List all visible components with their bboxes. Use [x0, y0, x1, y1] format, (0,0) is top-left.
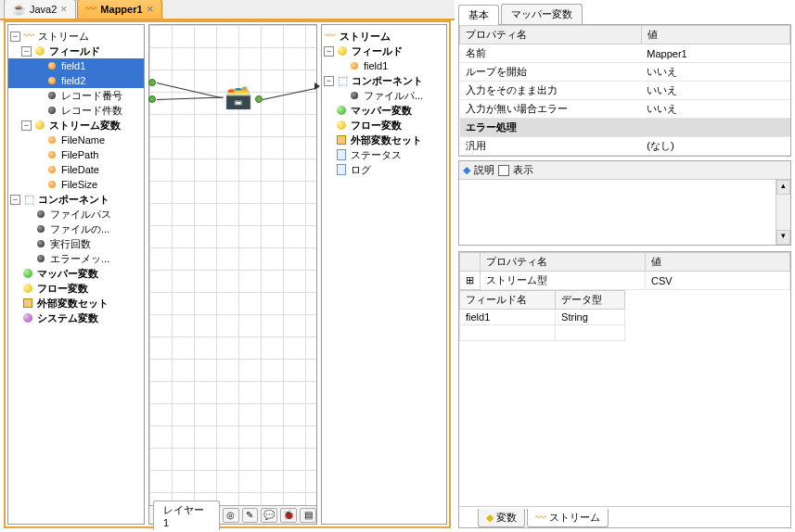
attr-icon — [34, 222, 47, 235]
tree-item-filepath[interactable]: FilePath — [8, 147, 144, 162]
expand-icon[interactable]: ⊞ — [460, 272, 481, 290]
lower-tab-strip: ◆変数 〰ストリーム — [459, 506, 790, 527]
mapper-editor: − 〰 ストリーム − フィールド field1 — [4, 20, 451, 528]
mapper-icon: 〰 — [85, 3, 96, 16]
table-row[interactable]: 入力をそのまま出力いいえ — [460, 82, 790, 100]
collapse-icon[interactable]: − — [10, 195, 20, 205]
tree-item-status[interactable]: ステータス — [322, 147, 446, 162]
tree-item-recno[interactable]: レコード番号 — [8, 88, 144, 103]
tree-item-field1[interactable]: field1 — [322, 58, 446, 73]
tree-item-reccount[interactable]: レコード件数 — [8, 103, 144, 118]
attr-icon — [45, 104, 58, 117]
column-header: プロパティ名 — [486, 256, 547, 267]
attr-icon — [34, 252, 47, 265]
table-row[interactable] — [460, 325, 625, 341]
tree-item-comp-errmsg[interactable]: エラーメッ... — [8, 251, 144, 266]
tab-label: Mapper1 — [100, 4, 142, 15]
collapse-icon[interactable]: − — [21, 46, 32, 57]
tree-item-flowvar[interactable]: フロー変数 — [8, 281, 144, 296]
java-icon: ☕ — [12, 3, 26, 16]
tree-item-component[interactable]: −⬚コンポーネント — [322, 73, 446, 88]
node-out-port[interactable] — [255, 95, 263, 103]
description-textarea[interactable]: ▴ ▾ — [459, 180, 790, 245]
table-row[interactable]: ⊞ストリーム型CSV — [460, 272, 790, 290]
layer-tab[interactable]: レイヤー1 — [153, 500, 220, 530]
tab-label: Java2 — [30, 4, 57, 15]
field-icon — [45, 133, 58, 146]
tree-item-mappervar[interactable]: マッパー変数 — [8, 266, 144, 281]
close-icon[interactable]: ✕ — [147, 5, 154, 14]
collapse-icon[interactable]: − — [10, 32, 20, 42]
box-icon — [21, 297, 34, 310]
tree-item-mappervar[interactable]: マッパー変数 — [322, 103, 446, 118]
mapper-canvas[interactable]: 🗃️ レイヤー1 ◎ ✎ 💬 🐞 ▤ — [148, 24, 317, 525]
stream-icon: 〰 — [324, 30, 337, 43]
tree-item-stream[interactable]: 〰ストリーム — [322, 29, 446, 44]
collapse-icon[interactable]: − — [324, 76, 334, 86]
tree-item-field[interactable]: −フィールド — [322, 44, 446, 58]
tree-item-stream[interactable]: − 〰 ストリーム — [8, 29, 144, 44]
tree-item-extvarset[interactable]: 外部変数セット — [8, 296, 144, 310]
tree-item-field2[interactable]: field2 — [8, 73, 144, 88]
column-header: プロパティ名 — [466, 29, 527, 40]
scroll-up-icon[interactable]: ▴ — [776, 180, 790, 195]
tab-stream[interactable]: 〰ストリーム — [527, 509, 609, 527]
tree-item-comp-execcount[interactable]: 実行回数 — [8, 236, 144, 251]
tab-mapper-var[interactable]: マッパー変数 — [501, 4, 583, 24]
yellow-dot-icon — [21, 282, 34, 295]
tree-item-log[interactable]: ログ — [322, 162, 446, 177]
field-icon — [45, 59, 58, 72]
tree-item-extvarset[interactable]: 外部変数セット — [322, 133, 446, 147]
field-group-icon — [336, 44, 349, 57]
collapse-icon[interactable]: − — [21, 120, 32, 131]
field-icon — [45, 148, 58, 161]
stream-properties: プロパティ名値 ⊞ストリーム型CSV フィールド名データ型 field1Stri… — [458, 251, 791, 528]
scroll-down-icon[interactable]: ▾ — [776, 230, 790, 245]
tree-item-field1[interactable]: field1 — [8, 58, 144, 73]
green-dot-icon — [335, 104, 348, 117]
input-port[interactable] — [148, 79, 156, 86]
tab-mapper[interactable]: 〰 Mapper1 ✕ — [77, 0, 161, 19]
tree-item-field[interactable]: − フィールド — [8, 44, 144, 58]
tree-item-component[interactable]: − ⬚ コンポーネント — [8, 192, 144, 207]
tree-item-filename[interactable]: FileName — [8, 133, 144, 147]
canvas-tool-4[interactable]: 🐞 — [280, 508, 297, 523]
table-row[interactable]: 汎用(なし) — [460, 137, 790, 156]
canvas-tool-5[interactable]: ▤ — [300, 508, 316, 523]
collapse-icon[interactable]: − — [324, 46, 334, 57]
canvas-tool-3[interactable]: 💬 — [261, 508, 277, 523]
tab-variables[interactable]: ◆変数 — [478, 509, 525, 527]
show-label: 表示 — [513, 163, 533, 177]
tree-item-flowvar[interactable]: フロー変数 — [322, 118, 446, 133]
vars-icon: ◆ — [486, 512, 494, 524]
fields-sub-table: フィールド名データ型 field1String — [459, 290, 625, 341]
field-icon — [45, 163, 58, 176]
scrollbar[interactable]: ▴ ▾ — [776, 180, 790, 245]
close-icon[interactable]: ✕ — [60, 5, 68, 14]
column-header: フィールド名 — [466, 294, 527, 305]
column-header: 値 — [648, 29, 658, 40]
tree-item-sysvar[interactable]: システム変数 — [8, 310, 144, 325]
canvas-tool-2[interactable]: ✎ — [242, 508, 259, 523]
tree-item-streamvar[interactable]: − ストリーム変数 — [8, 118, 144, 133]
tree-item-filedate[interactable]: FileDate — [8, 162, 144, 177]
table-row[interactable]: ループを開始いいえ — [460, 63, 790, 82]
sheet-icon — [335, 163, 348, 176]
input-port[interactable] — [148, 95, 156, 103]
show-checkbox[interactable] — [498, 165, 509, 176]
field-icon — [45, 178, 58, 191]
tree-item-comp-filepath[interactable]: ファイルパス — [8, 207, 144, 222]
canvas-tool-1[interactable]: ◎ — [223, 508, 239, 523]
table-row[interactable]: 名前Mapper1 — [460, 44, 790, 63]
table-row[interactable]: field1String — [460, 310, 625, 325]
tree-item-filesize[interactable]: FileSize — [8, 177, 144, 192]
table-row[interactable]: 入力が無い場合エラーいいえ — [460, 100, 790, 119]
property-tab-strip: 基本 マッパー変数 — [458, 4, 791, 25]
table-row[interactable]: エラー処理 — [460, 119, 790, 137]
tree-item-comp-filepath[interactable]: ファイルパ... — [322, 88, 446, 103]
tree-item-comp-fileno[interactable]: ファイルの... — [8, 222, 144, 236]
tab-java[interactable]: ☕ Java2 ✕ — [4, 0, 76, 19]
mapper-function-node[interactable]: 🗃️ — [224, 82, 253, 112]
stream-icon: 〰 — [535, 512, 546, 525]
tab-basic[interactable]: 基本 — [458, 5, 499, 25]
